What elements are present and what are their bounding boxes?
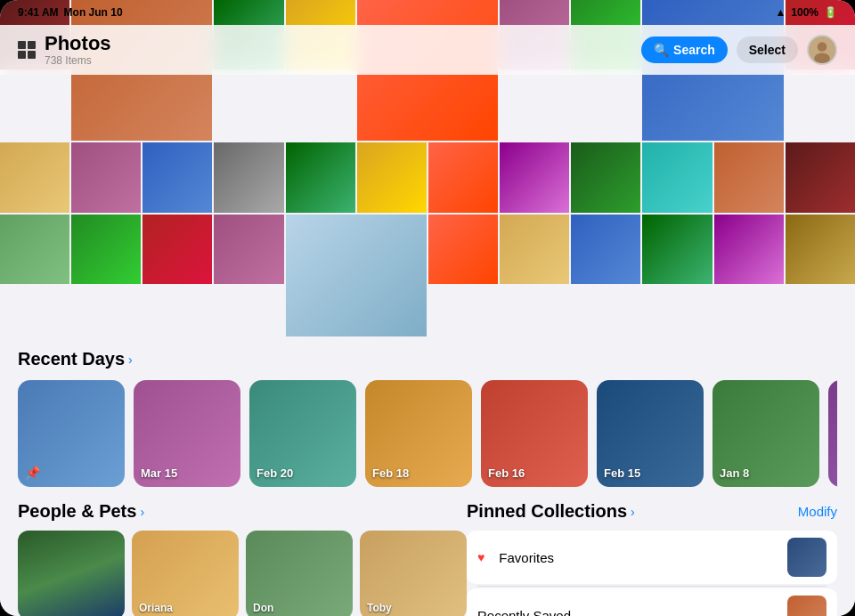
collection-name: Recently Saved bbox=[477, 608, 778, 617]
photo-cell[interactable] bbox=[571, 142, 640, 212]
collection-name: Favorites bbox=[499, 550, 778, 565]
photo-cell[interactable] bbox=[428, 215, 498, 284]
photo-cell[interactable] bbox=[0, 142, 69, 212]
recent-days-section: Recent Days › 📌 Mar 15 Feb 20 Feb 18 bbox=[0, 336, 855, 496]
days-scroll[interactable]: 📌 Mar 15 Feb 20 Feb 18 Feb 16 bbox=[18, 380, 837, 487]
pinned-collections-header: Pinned Collections › Modify bbox=[467, 501, 837, 522]
photo-cell[interactable] bbox=[642, 142, 712, 212]
collection-item-recently-saved[interactable]: Recently Saved bbox=[467, 588, 837, 616]
search-button[interactable]: 🔍 Search bbox=[641, 36, 728, 63]
photo-cell[interactable] bbox=[286, 142, 355, 212]
photo-cell[interactable] bbox=[142, 215, 212, 284]
people-pets-section: People & Pets › Oriana Don Toby bbox=[18, 501, 467, 616]
people-pets-header: People & Pets › bbox=[18, 501, 467, 522]
battery-level: 100% bbox=[791, 6, 818, 19]
person-card[interactable] bbox=[18, 531, 125, 616]
header-left: Photos 738 Items bbox=[18, 33, 111, 67]
select-button[interactable]: Select bbox=[737, 36, 798, 63]
day-label: Jan 8 bbox=[720, 466, 749, 480]
people-pets-chevron[interactable]: › bbox=[140, 505, 144, 519]
person-name: Oriana bbox=[139, 602, 173, 614]
person-card[interactable]: Toby bbox=[360, 531, 467, 616]
photo-cell[interactable] bbox=[786, 215, 855, 284]
day-card[interactable]: Jan 8 bbox=[712, 380, 819, 487]
items-count: 738 Items bbox=[45, 54, 111, 67]
day-card[interactable]: Feb 18 bbox=[365, 380, 472, 487]
day-card[interactable]: Feb 20 bbox=[249, 380, 356, 487]
bottom-content: Recent Days › 📌 Mar 15 Feb 20 Feb 18 bbox=[0, 336, 855, 616]
title-block: Photos 738 Items bbox=[45, 33, 111, 67]
photo-cell[interactable] bbox=[428, 142, 498, 212]
day-card[interactable] bbox=[828, 380, 837, 487]
photo-cell[interactable] bbox=[214, 142, 283, 212]
status-left: 9:41 AM Mon Jun 10 bbox=[18, 6, 123, 19]
recent-days-chevron[interactable]: › bbox=[128, 353, 133, 367]
photo-cell[interactable] bbox=[642, 215, 712, 284]
photo-cell[interactable] bbox=[786, 142, 855, 212]
day-label: Mar 15 bbox=[141, 466, 177, 480]
bottom-grid: People & Pets › Oriana Don Toby bbox=[0, 501, 855, 616]
pinned-collections-title: Pinned Collections bbox=[467, 501, 627, 522]
pin-icon: 📌 bbox=[25, 466, 40, 480]
search-icon: 🔍 bbox=[654, 43, 669, 57]
heart-icon: ♥ bbox=[477, 550, 484, 564]
photo-cell[interactable] bbox=[714, 215, 784, 284]
photo-cell[interactable] bbox=[286, 215, 427, 338]
photo-cell[interactable] bbox=[357, 142, 427, 212]
divider bbox=[477, 586, 826, 587]
header-right: 🔍 Search Select bbox=[641, 35, 837, 65]
svg-point-1 bbox=[818, 42, 827, 52]
status-date: Mon Jun 10 bbox=[64, 6, 123, 19]
status-bar: 9:41 AM Mon Jun 10 ▲ 100% 🔋 bbox=[0, 0, 855, 25]
search-label: Search bbox=[673, 43, 715, 57]
day-card[interactable]: Feb 16 bbox=[481, 380, 588, 487]
day-label: Feb 16 bbox=[488, 466, 525, 480]
photo-cell[interactable] bbox=[142, 142, 212, 212]
header: Photos 738 Items 🔍 Search Select bbox=[0, 25, 855, 75]
photo-cell[interactable] bbox=[500, 142, 569, 212]
day-label: Feb 15 bbox=[604, 466, 640, 480]
photo-cell[interactable] bbox=[500, 215, 569, 284]
status-right: ▲ 100% 🔋 bbox=[775, 6, 837, 19]
battery-icon: 🔋 bbox=[824, 6, 837, 19]
avatar-image bbox=[809, 35, 835, 65]
person-card[interactable]: Oriana bbox=[132, 531, 239, 616]
person-name: Don bbox=[253, 602, 273, 614]
pinned-collections-section: Pinned Collections › Modify ♥ Favorites … bbox=[467, 501, 837, 616]
collection-thumb bbox=[787, 596, 826, 616]
photo-cell[interactable] bbox=[571, 215, 640, 284]
photo-cell[interactable] bbox=[71, 215, 141, 284]
avatar[interactable] bbox=[807, 35, 837, 65]
photo-cell[interactable] bbox=[0, 215, 69, 284]
wifi-icon: ▲ bbox=[775, 6, 786, 19]
ipad-frame: Photos 738 Items 🔍 Search Select 9:41 AM bbox=[0, 0, 855, 616]
people-pets-title: People & Pets bbox=[18, 501, 136, 522]
grid-view-icon[interactable] bbox=[18, 41, 36, 59]
day-card[interactable]: Mar 15 bbox=[134, 380, 240, 487]
collection-item-favorites[interactable]: ♥ Favorites bbox=[467, 531, 837, 584]
status-time: 9:41 AM bbox=[18, 6, 59, 19]
page-title: Photos bbox=[45, 33, 111, 54]
pinned-collections-chevron[interactable]: › bbox=[631, 505, 635, 519]
people-grid: Oriana Don Toby bbox=[18, 531, 467, 616]
recent-days-header: Recent Days › bbox=[18, 349, 837, 369]
person-name: Toby bbox=[367, 602, 392, 614]
collection-thumb bbox=[787, 538, 826, 577]
collection-list: ♥ Favorites Recently Saved bbox=[467, 531, 837, 616]
photo-cell[interactable] bbox=[214, 215, 283, 284]
photo-cell[interactable] bbox=[71, 142, 141, 212]
recent-days-title: Recent Days bbox=[18, 349, 125, 369]
day-label: Feb 18 bbox=[372, 466, 409, 480]
day-card[interactable]: 📌 bbox=[18, 380, 125, 487]
photo-cell[interactable] bbox=[714, 142, 784, 212]
day-label: Feb 20 bbox=[256, 466, 293, 480]
day-card[interactable]: Feb 15 bbox=[597, 380, 704, 487]
person-card[interactable]: Don bbox=[246, 531, 353, 616]
modify-button[interactable]: Modify bbox=[798, 504, 837, 519]
svg-point-2 bbox=[814, 53, 830, 64]
